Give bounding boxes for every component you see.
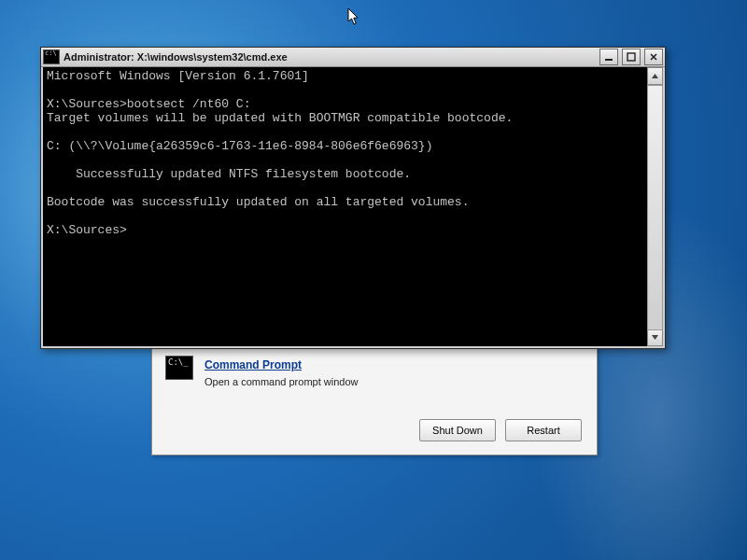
command-prompt-icon bbox=[165, 356, 193, 380]
cmd-titlebar[interactable]: Administrator: X:\windows\system32\cmd.e… bbox=[41, 48, 665, 67]
cmd-title-icon bbox=[43, 49, 60, 64]
vertical-scrollbar[interactable] bbox=[647, 67, 663, 346]
console-output[interactable]: Microsoft Windows [Version 6.1.7601] X:\… bbox=[43, 67, 647, 346]
minimize-button[interactable] bbox=[599, 49, 618, 65]
console-wrap: Microsoft Windows [Version 6.1.7601] X:\… bbox=[41, 67, 665, 348]
command-prompt-description: Open a command prompt window bbox=[204, 376, 358, 387]
cmd-title-text: Administrator: X:\windows\system32\cmd.e… bbox=[63, 51, 596, 63]
dialog-button-row: Shut Down Restart bbox=[419, 419, 582, 441]
tool-row-command-prompt: Command Prompt Open a command prompt win… bbox=[165, 356, 584, 387]
scroll-thumb[interactable] bbox=[647, 85, 663, 330]
command-prompt-link[interactable]: Command Prompt bbox=[204, 358, 302, 371]
tool-text: Command Prompt Open a command prompt win… bbox=[204, 356, 358, 387]
maximize-button[interactable] bbox=[622, 49, 641, 65]
close-button[interactable] bbox=[644, 49, 663, 65]
mouse-cursor-icon bbox=[347, 7, 360, 26]
restart-button[interactable]: Restart bbox=[505, 419, 582, 441]
scroll-track[interactable] bbox=[647, 85, 663, 329]
cmd-window: Administrator: X:\windows\system32\cmd.e… bbox=[40, 47, 666, 349]
scroll-up-button[interactable] bbox=[647, 67, 663, 85]
scroll-down-button[interactable] bbox=[647, 329, 663, 346]
svg-rect-0 bbox=[605, 59, 613, 61]
shutdown-button[interactable]: Shut Down bbox=[419, 419, 496, 441]
dialog-body: Command Prompt Open a command prompt win… bbox=[165, 356, 584, 400]
svg-rect-1 bbox=[627, 53, 635, 61]
